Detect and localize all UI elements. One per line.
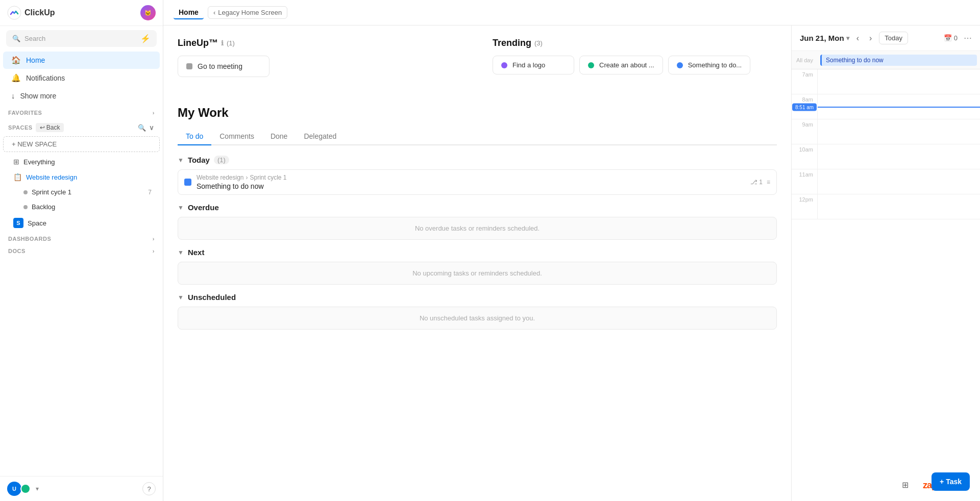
logo: ClickUp — [7, 6, 55, 20]
lineup-card-go-to-meeting[interactable]: Go to meeting — [178, 56, 270, 77]
cal-prev-button[interactable]: ‹ — [853, 33, 862, 44]
add-task-label: + Task — [940, 478, 962, 486]
cal-row-10am: 10am — [792, 144, 980, 169]
lineup-info-icon[interactable]: ℹ — [221, 39, 224, 47]
trending-cards: Find a logo Create an about ... Somethin… — [493, 56, 777, 74]
status-dot — [186, 63, 192, 69]
task-meta: ⎇ 1 ≡ — [750, 179, 770, 186]
lineup-title: LineUp™ ℹ (1) — [178, 38, 462, 48]
cal-slot-7am — [817, 69, 980, 94]
user-avatar-header[interactable]: 🐱 — [140, 5, 156, 20]
help-button[interactable]: ? — [142, 482, 156, 495]
unscheduled-label: Unscheduled — [188, 293, 236, 302]
back-label: Back — [46, 124, 60, 131]
trending-count: (3) — [534, 39, 543, 47]
grid-apps-button[interactable]: ⊞ — [902, 480, 909, 490]
today-header[interactable]: ▼ Today (1) — [178, 156, 777, 164]
cal-count: 📅 0 — [944, 34, 958, 42]
space-s-icon: S — [13, 218, 23, 228]
back-arrow-icon: ↩ — [40, 124, 45, 131]
back-button[interactable]: ↩ Back — [36, 123, 64, 132]
calendar-date-chevron[interactable]: ▾ — [846, 35, 849, 42]
overdue-header[interactable]: ▼ Overdue — [178, 203, 777, 212]
calendar-panel: Jun 21, Mon ▾ ‹ › Today 📅 0 ⋯ — [791, 26, 980, 501]
unscheduled-section: ▼ Unscheduled No unscheduled tasks assig… — [178, 293, 777, 330]
cal-today-button[interactable]: Today — [879, 32, 908, 44]
website-redesign-icon: 📋 — [13, 173, 22, 181]
everything-icon: ⊞ — [13, 158, 19, 166]
add-task-button[interactable]: + Task — [932, 472, 970, 491]
sidebar-item-home[interactable]: 🏠 Home — [3, 52, 160, 69]
cal-slot-8am: 8:51 am — [817, 94, 980, 119]
dashboards-expand-icon: › — [153, 236, 155, 242]
backlog-dot — [23, 205, 28, 209]
tab-legacy-home[interactable]: ‹ Legacy Home Screen — [208, 6, 287, 19]
overdue-section: ▼ Overdue No overdue tasks or reminders … — [178, 203, 777, 240]
task-menu-icon[interactable]: ≡ — [767, 179, 770, 186]
sidebar-item-website-redesign[interactable]: 📋 Website redesign — [3, 170, 160, 184]
sidebar-item-notifications[interactable]: 🔔 Notifications — [3, 69, 160, 87]
task-row-something-to-do-now[interactable]: Website redesign › Sprint cycle 1 Someth… — [178, 169, 777, 195]
task-checkbox[interactable] — [184, 179, 191, 186]
trending-card-something-todo[interactable]: Something to do... — [668, 56, 751, 74]
search-placeholder: Search — [24, 35, 45, 42]
search-spaces-icon[interactable]: 🔍 — [138, 124, 146, 132]
next-header[interactable]: ▼ Next — [178, 248, 777, 257]
sidebar-item-show-more[interactable]: ↓ Show more — [3, 87, 160, 104]
cal-time-7am: 7am — [792, 69, 817, 94]
trending-dot-3 — [677, 62, 683, 68]
sprint-count: 7 — [148, 189, 152, 196]
all-day-event[interactable]: Something to do now — [820, 55, 977, 66]
trending-card-find-logo[interactable]: Find a logo — [493, 56, 574, 74]
today-label: Today — [188, 156, 210, 164]
tab-todo[interactable]: To do — [178, 128, 211, 145]
work-tabs: To do Comments Done Delegated — [178, 128, 777, 145]
cal-slot-12pm — [817, 194, 980, 219]
calendar-all-day-row: All day Something to do now — [792, 51, 980, 69]
tab-done[interactable]: Done — [262, 128, 296, 145]
sidebar-item-everything[interactable]: ⊞ Everything — [3, 155, 160, 169]
tab-comments[interactable]: Comments — [211, 128, 262, 145]
legacy-back-arrow: ‹ — [213, 9, 215, 16]
sidebar-item-space-s[interactable]: S Space — [3, 215, 160, 231]
task-label: Go to meeting — [198, 62, 242, 70]
bell-icon: 🔔 — [11, 73, 21, 83]
spaces-expand-icon[interactable]: ∨ — [149, 124, 155, 132]
cal-time-10am: 10am — [792, 144, 817, 169]
sidebar-item-sprint-cycle[interactable]: Sprint cycle 1 7 — [3, 185, 160, 199]
trending-card-create-about[interactable]: Create an about ... — [579, 56, 663, 74]
sprint-cycle-label: Sprint cycle 1 — [32, 188, 71, 196]
notifications-label: Notifications — [26, 74, 65, 82]
new-space-button[interactable]: + NEW SPACE — [3, 136, 160, 152]
dashboards-section[interactable]: DASHBOARDS › — [0, 232, 163, 244]
cal-row-12pm: 12pm — [792, 194, 980, 219]
lightning-button[interactable]: ⚡ — [140, 34, 151, 43]
favorites-section: FAVORITES › — [0, 105, 163, 118]
space-s-label: Space — [28, 219, 46, 227]
docs-section[interactable]: DOCS › — [0, 244, 163, 256]
cal-next-button[interactable]: › — [866, 33, 875, 44]
user-chevron[interactable]: ▾ — [36, 485, 39, 492]
sidebar-item-backlog[interactable]: Backlog — [3, 200, 160, 214]
cal-row-7am: 7am — [792, 69, 980, 94]
work-panel: LineUp™ ℹ (1) Go to meeting Trending — [163, 26, 791, 501]
unscheduled-chevron: ▼ — [178, 294, 184, 301]
cal-menu-button[interactable]: ⋯ — [964, 33, 972, 43]
trending-title: Trending (3) — [493, 38, 777, 48]
today-section: ▼ Today (1) Website redesign › Sprint cy… — [178, 156, 777, 195]
task-path: Website redesign › Sprint cycle 1 — [197, 174, 287, 181]
cal-time-11am: 11am — [792, 169, 817, 194]
favorites-expand-icon[interactable]: › — [153, 110, 155, 116]
tab-home[interactable]: Home — [174, 6, 204, 19]
current-time-badge: 8:51 am — [792, 104, 817, 111]
tab-delegated[interactable]: Delegated — [296, 128, 345, 145]
current-time-line: 8:51 am — [818, 107, 980, 108]
sidebar-bottom: U ▾ ? — [0, 476, 163, 501]
home-label: Home — [26, 56, 45, 64]
unscheduled-header[interactable]: ▼ Unscheduled — [178, 293, 777, 302]
overdue-empty: No overdue tasks or reminders scheduled. — [178, 217, 777, 240]
user-avatar-bottom[interactable]: U — [7, 482, 21, 496]
search-bar[interactable]: 🔍 Search ⚡ — [6, 30, 157, 47]
clickup-logo-icon — [7, 6, 21, 20]
cal-row-11am: 11am — [792, 169, 980, 194]
